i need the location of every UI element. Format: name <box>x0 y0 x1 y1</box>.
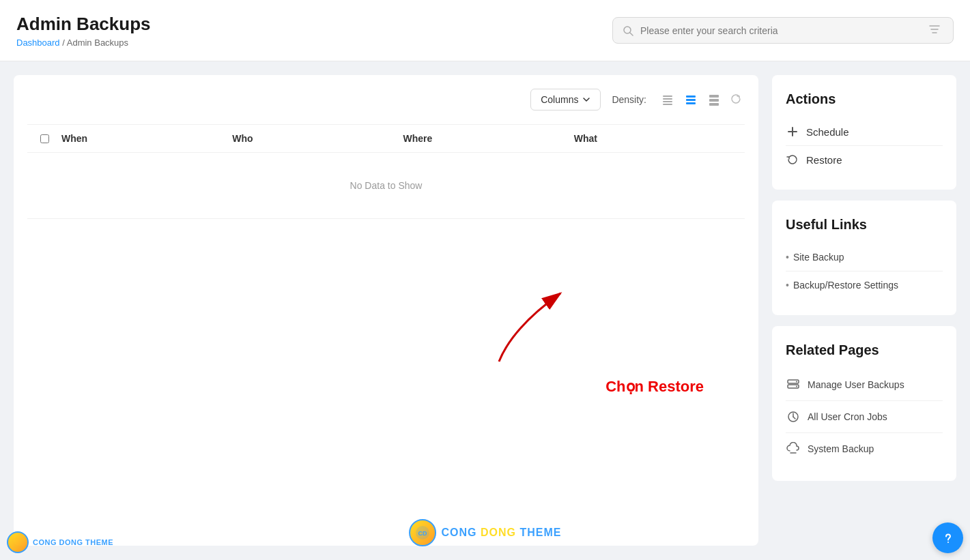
all-user-cron-jobs-link[interactable]: All User Cron Jobs <box>786 401 943 433</box>
svg-rect-6 <box>663 98 672 100</box>
schedule-label: Schedule <box>806 126 849 138</box>
column-header-who: Who <box>232 133 403 144</box>
select-all-checkbox-cell[interactable] <box>27 134 61 143</box>
plus-icon <box>786 125 799 138</box>
help-button[interactable] <box>932 522 963 553</box>
actions-title: Actions <box>786 91 943 107</box>
list-normal-icon <box>685 93 697 106</box>
svg-line-1 <box>630 33 633 35</box>
main-layout: Columns Density: <box>0 61 970 559</box>
page-title: Admin Backups <box>16 14 151 35</box>
breadcrumb: Dashboard / Admin Backups <box>16 38 151 48</box>
manage-user-backups-link[interactable]: Manage User Backups <box>786 369 943 401</box>
backup-restore-settings-link[interactable]: • Backup/Restore Settings <box>786 271 943 299</box>
density-compact-button[interactable] <box>657 91 678 108</box>
columns-label: Columns <box>541 94 578 105</box>
search-bar <box>612 17 954 44</box>
density-comfortable-button[interactable] <box>704 91 724 108</box>
svg-rect-5 <box>663 95 672 97</box>
refresh-icon <box>730 93 742 105</box>
small-logo-text: CONG DONG THEME <box>33 538 113 546</box>
select-all-checkbox[interactable] <box>40 134 49 143</box>
svg-rect-10 <box>686 99 696 101</box>
density-buttons <box>657 90 745 110</box>
site-backup-label: Site Backup <box>793 252 844 263</box>
bottom-left-watermark: CONG DONG THEME <box>7 531 113 553</box>
watermark-center: CD CONG DONG THEME <box>409 519 562 546</box>
svg-point-28 <box>947 542 949 543</box>
svg-text:CD: CD <box>418 530 427 537</box>
page-title-area: Admin Backups Dashboard / Admin Backups <box>16 14 151 48</box>
table-container: When Who Where What No Data to Show <box>27 124 745 219</box>
list-comfortable-icon <box>708 93 720 106</box>
table-header: When Who Where What <box>27 125 745 153</box>
refresh-button[interactable] <box>727 90 745 110</box>
actions-card: Actions Schedule Restore <box>772 75 956 190</box>
useful-links-title: Useful Links <box>786 217 943 233</box>
svg-point-20 <box>796 381 797 383</box>
useful-links-card: Useful Links • Site Backup • Backup/Rest… <box>772 201 956 315</box>
search-icon <box>623 25 633 36</box>
svg-rect-7 <box>663 101 672 102</box>
schedule-action[interactable]: Schedule <box>786 118 943 146</box>
breadcrumb-current: Admin Backups <box>67 38 128 48</box>
bullet-icon-2: • <box>786 280 789 291</box>
backup-restore-settings-label: Backup/Restore Settings <box>793 280 898 291</box>
cron-icon <box>786 409 801 424</box>
related-pages-title: Related Pages <box>786 342 943 358</box>
no-data-message: No Data to Show <box>27 153 745 219</box>
restore-icon <box>786 153 799 166</box>
column-header-what: What <box>574 133 745 144</box>
list-compact-icon <box>661 93 674 106</box>
small-logo <box>7 531 29 553</box>
svg-rect-8 <box>663 104 672 105</box>
related-pages-card: Related Pages Manage User Backups <box>772 326 956 481</box>
manage-user-backups-label: Manage User Backups <box>808 379 904 390</box>
all-user-cron-jobs-label: All User Cron Jobs <box>808 411 887 422</box>
svg-line-24 <box>793 417 795 419</box>
column-header-where: Where <box>403 133 574 144</box>
question-icon <box>941 531 956 546</box>
density-label: Density: <box>612 94 646 105</box>
system-backup-label: System Backup <box>808 443 874 454</box>
filter-icon <box>928 23 941 35</box>
watermark-text: CONG DONG THEME <box>442 527 562 539</box>
svg-rect-14 <box>709 103 719 106</box>
server-icon <box>786 377 801 392</box>
sidebar: Actions Schedule Restore <box>772 75 956 546</box>
content-panel: Columns Density: <box>14 75 758 546</box>
svg-rect-11 <box>686 102 696 104</box>
svg-rect-13 <box>709 99 719 102</box>
breadcrumb-parent[interactable]: Dashboard <box>16 38 60 48</box>
restore-action[interactable]: Restore <box>786 146 943 173</box>
density-normal-button[interactable] <box>681 91 701 108</box>
svg-rect-12 <box>709 95 719 98</box>
chevron-down-icon <box>582 95 590 104</box>
cloud-icon <box>786 441 801 456</box>
restore-label: Restore <box>806 154 842 166</box>
svg-rect-9 <box>686 95 696 98</box>
top-bar: Admin Backups Dashboard / Admin Backups <box>0 0 970 61</box>
filter-button[interactable] <box>926 23 943 38</box>
site-backup-link[interactable]: • Site Backup <box>786 244 943 271</box>
watermark-logo: CD <box>409 519 436 546</box>
column-header-when: When <box>61 133 232 144</box>
bullet-icon: • <box>786 252 789 263</box>
svg-point-21 <box>796 386 797 387</box>
annotation-text: Chọn Restore <box>605 378 704 396</box>
toolbar: Columns Density: <box>27 89 745 110</box>
system-backup-link[interactable]: System Backup <box>786 433 943 465</box>
search-input[interactable] <box>640 25 919 36</box>
columns-button[interactable]: Columns <box>530 89 601 110</box>
arrow-annotation <box>492 286 581 368</box>
